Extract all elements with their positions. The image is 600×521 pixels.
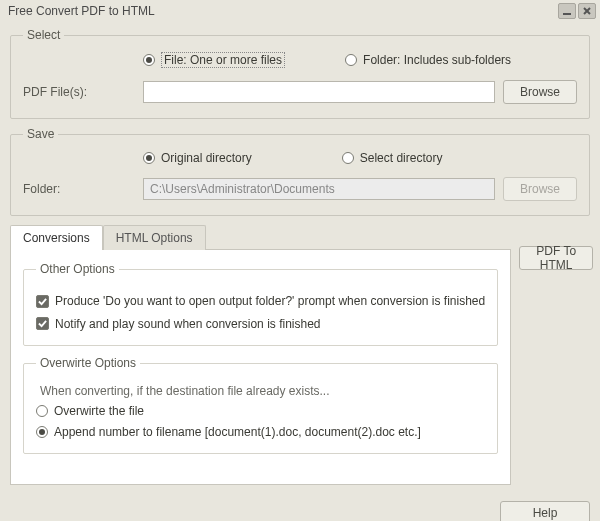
radio-icon [345,54,357,66]
browse-folder-button: Browse [503,177,577,201]
folder-input [143,178,495,200]
overwrite-options-legend: Overwirte Options [36,356,140,370]
notify-checkbox[interactable]: Notify and play sound when conversion is… [36,317,321,331]
close-button[interactable] [578,3,596,19]
file-mode-radio[interactable]: File: One or more files [143,52,285,68]
pdf-files-label: PDF File(s): [23,85,143,99]
title-bar: Free Convert PDF to HTML [0,0,600,22]
tab-strip: Conversions HTML Options [10,225,511,250]
browse-files-button[interactable]: Browse [503,80,577,104]
tab-panel-conversions: Other Options Produce 'Do you want to op… [10,249,511,485]
radio-icon [342,152,354,164]
window-title: Free Convert PDF to HTML [8,4,556,18]
other-options-legend: Other Options [36,262,119,276]
pdf-to-html-button[interactable]: PDF To HTML [519,246,593,270]
radio-icon [143,152,155,164]
overwrite-file-radio[interactable]: Overwirte the file [36,404,144,418]
save-legend: Save [23,127,58,141]
radio-icon [36,426,48,438]
tab-conversions[interactable]: Conversions [10,225,103,250]
checkbox-icon [36,295,49,308]
select-directory-radio[interactable]: Select directory [342,151,443,165]
checkbox-icon [36,317,49,330]
overwrite-options-group: Overwirte Options When converting, if th… [23,356,498,454]
append-number-radio[interactable]: Append number to filename [document(1).d… [36,425,421,439]
radio-icon [36,405,48,417]
radio-icon [143,54,155,66]
select-group: Select File: One or more files Folder: I… [10,28,590,119]
pdf-files-input[interactable] [143,81,495,103]
original-directory-radio[interactable]: Original directory [143,151,252,165]
save-group: Save Original directory Select directory… [10,127,590,216]
tab-html-options[interactable]: HTML Options [103,225,206,250]
prompt-checkbox-label: Produce 'Do you want to open output fold… [55,294,485,308]
folder-mode-radio[interactable]: Folder: Includes sub-folders [345,53,511,67]
minimize-button[interactable] [558,3,576,19]
minimize-icon [562,6,572,16]
close-icon [582,6,592,16]
prompt-checkbox[interactable]: Produce 'Do you want to open output fold… [36,294,485,308]
other-options-group: Other Options Produce 'Do you want to op… [23,262,498,346]
overwrite-intro: When converting, if the destination file… [40,384,485,398]
notify-checkbox-label: Notify and play sound when conversion is… [55,317,321,331]
help-button[interactable]: Help [500,501,590,521]
folder-label: Folder: [23,182,143,196]
select-legend: Select [23,28,64,42]
